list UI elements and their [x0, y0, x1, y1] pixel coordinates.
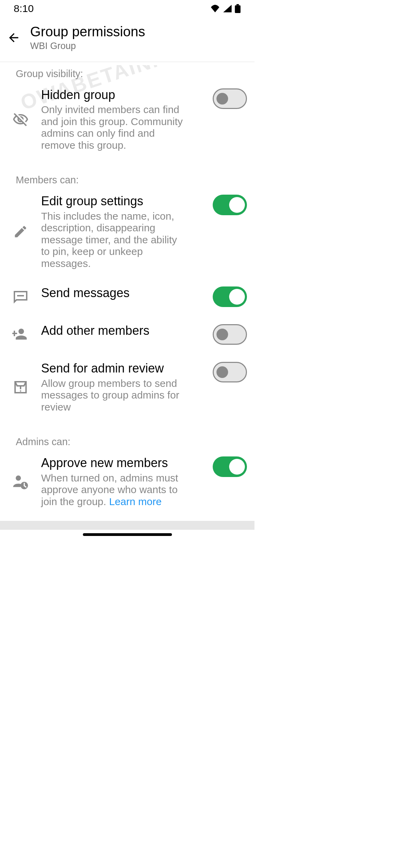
edit-icon — [10, 221, 31, 242]
row-content: Hidden group Only invited members can fi… — [41, 88, 202, 151]
svg-point-5 — [16, 475, 21, 480]
row-admin-review[interactable]: Send for admin review Allow group member… — [0, 353, 254, 421]
row-send-messages[interactable]: Send messages — [0, 278, 254, 315]
row-title: Hidden group — [41, 88, 202, 102]
toggle-add-members[interactable] — [213, 324, 247, 345]
status-bar: 8:10 — [0, 0, 254, 17]
toggle-approve-members[interactable] — [213, 456, 247, 477]
row-content: Add other members — [41, 323, 202, 338]
row-hidden-group[interactable]: Hidden group Only invited members can fi… — [0, 80, 254, 159]
header: Group permissions WBI Group — [0, 17, 254, 62]
row-approve-members[interactable]: Approve new members When turned on, admi… — [0, 448, 254, 516]
svg-rect-0 — [236, 4, 239, 5]
row-edit-settings[interactable]: Edit group settings This includes the na… — [0, 186, 254, 278]
bottom-band — [0, 521, 254, 530]
row-title: Approve new members — [41, 456, 202, 470]
row-content: Edit group settings This includes the na… — [41, 194, 202, 269]
section-label-visibility: Group visibility: — [0, 62, 254, 80]
section-label-admins: Admins can: — [0, 430, 254, 448]
phone-frame: 8:10 Group permissions WBI Group OWABE — [0, 0, 254, 539]
cellular-icon — [223, 5, 232, 12]
toggle-hidden-group[interactable] — [213, 88, 247, 109]
row-title: Add other members — [41, 323, 202, 338]
row-content: Send for admin review Allow group member… — [41, 361, 202, 413]
svg-point-4 — [20, 390, 21, 392]
header-title: Group permissions — [30, 24, 145, 39]
wifi-icon — [210, 5, 220, 12]
arrow-back-icon — [7, 31, 21, 45]
toggle-send-messages[interactable] — [213, 286, 247, 307]
message-icon — [10, 286, 31, 307]
toggle-admin-review[interactable] — [213, 362, 247, 382]
row-add-members[interactable]: Add other members — [0, 315, 254, 353]
row-content: Approve new members When turned on, admi… — [41, 456, 202, 508]
section-label-members: Members can: — [0, 168, 254, 186]
row-desc: Only invited members can find and join t… — [41, 104, 188, 151]
row-desc: This includes the name, icon, descriptio… — [41, 210, 188, 270]
header-subtitle: WBI Group — [30, 41, 145, 51]
person-add-icon — [10, 324, 31, 344]
nav-handle[interactable] — [83, 533, 172, 536]
back-button[interactable] — [6, 30, 21, 45]
battery-icon — [235, 4, 241, 13]
row-desc: When turned on, admins must approve anyo… — [41, 472, 188, 508]
row-title: Edit group settings — [41, 194, 202, 208]
status-time: 8:10 — [14, 3, 34, 14]
header-text: Group permissions WBI Group — [30, 24, 145, 51]
row-title: Send for admin review — [41, 361, 202, 375]
toggle-edit-settings[interactable] — [213, 195, 247, 215]
inbox-alert-icon — [10, 377, 31, 398]
svg-rect-1 — [235, 5, 241, 13]
pending-people-icon — [10, 472, 31, 492]
row-title: Send messages — [41, 286, 202, 300]
visibility-off-icon — [10, 109, 31, 130]
row-desc: Allow group members to send messages to … — [41, 378, 188, 413]
row-content: Send messages — [41, 286, 202, 300]
learn-more-link[interactable]: Learn more — [109, 496, 161, 507]
status-icons — [210, 4, 241, 13]
